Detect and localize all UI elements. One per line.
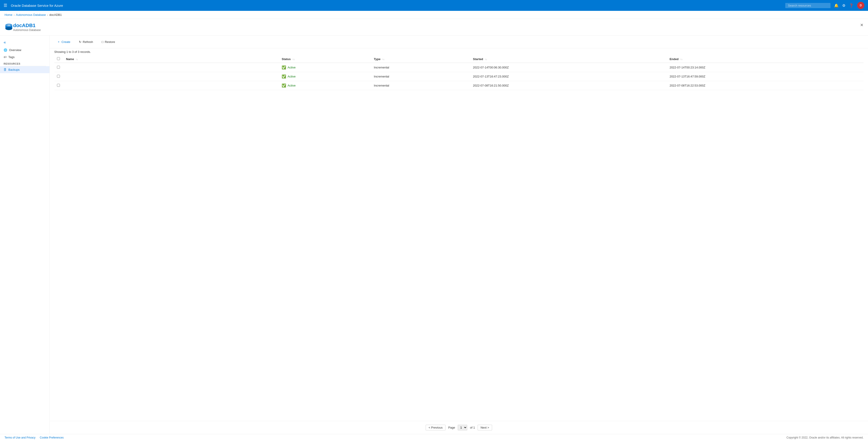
next-button[interactable]: Next >: [477, 425, 492, 430]
refresh-icon: ↻: [79, 40, 81, 43]
footer-links: Terms of Use and Privacy Cookie Preferen…: [4, 436, 67, 439]
col-ended-label: Ended: [670, 57, 679, 61]
terms-link[interactable]: Terms of Use and Privacy: [4, 436, 35, 439]
nav-icon-group: 🔔 ⚙ ❓ D: [785, 2, 864, 9]
db-icon: DB: [4, 23, 13, 31]
resource-subtitle: Autonomous Database: [13, 28, 41, 32]
sidebar-item-overview[interactable]: 🌐 Overview: [0, 46, 50, 54]
row-type-0: Incremental: [371, 63, 470, 72]
status-label-2: Active: [287, 84, 296, 87]
sidebar: « 🌐 Overview 🏷 Tags Resources 🗄 Backups: [0, 35, 50, 434]
tags-icon: 🏷: [4, 55, 6, 59]
help-icon[interactable]: ❓: [849, 3, 854, 8]
sidebar-item-tags[interactable]: 🏷 Tags: [0, 54, 50, 61]
status-active-icon-0: ✅: [282, 65, 286, 70]
resource-header: DB docADB1 Autonomous Database ✕: [0, 19, 868, 35]
row-started-1: 2022-07-13T16:47:23.000Z: [470, 72, 667, 81]
refresh-button[interactable]: ↻ Refresh: [76, 39, 96, 45]
row-checkbox-cell: [54, 72, 63, 81]
of-label: of 1: [470, 426, 475, 429]
col-status-sort-icon: ↑↓: [292, 58, 295, 61]
bell-icon[interactable]: 🔔: [834, 3, 839, 8]
col-status[interactable]: Status ↑↓: [279, 55, 371, 63]
row-checkbox-2[interactable]: [57, 84, 60, 87]
close-button[interactable]: ✕: [860, 23, 864, 28]
row-status-1: ✅ Active: [279, 72, 371, 81]
row-checkbox-1[interactable]: [57, 75, 60, 78]
status-active-icon-1: ✅: [282, 74, 286, 78]
sidebar-item-backups[interactable]: 🗄 Backups: [0, 66, 50, 73]
col-name[interactable]: Name ↑↓: [63, 55, 279, 63]
create-label: Create: [61, 40, 70, 43]
col-type-label: Type: [374, 57, 380, 61]
restore-label: Restore: [105, 40, 115, 43]
avatar[interactable]: D: [857, 2, 864, 9]
copyright: Copyright © 2022, Oracle and/or its affi…: [786, 436, 864, 439]
table-container: Name ↑↓ Status ↑↓ Type ↑↓: [50, 55, 868, 421]
col-started-sort-icon: ↑↓: [485, 58, 487, 61]
row-ended-0: 2022-07-14T00:23:14.000Z: [667, 63, 864, 72]
settings-icon[interactable]: ⚙: [842, 3, 845, 8]
row-started-0: 2022-07-14T00:06:30.000Z: [470, 63, 667, 72]
top-nav-bar: ☰ Oracle Database Service for Azure 🔔 ⚙ …: [0, 0, 868, 11]
col-ended[interactable]: Ended ↑↓: [667, 55, 864, 63]
row-checkbox-cell: [54, 81, 63, 90]
breadcrumb-home[interactable]: Home: [4, 13, 12, 17]
row-checkbox-0[interactable]: [57, 66, 60, 69]
restore-button[interactable]: □ Restore: [99, 39, 118, 45]
resources-section-label: Resources: [0, 61, 50, 66]
row-type-1: Incremental: [371, 72, 470, 81]
main-layout: « 🌐 Overview 🏷 Tags Resources 🗄 Backups …: [0, 35, 868, 434]
search-input[interactable]: [785, 3, 831, 8]
row-type-2: Incremental: [371, 81, 470, 90]
status-label-0: Active: [287, 66, 296, 69]
sidebar-item-backups-label: Backups: [8, 68, 20, 71]
resource-title-group: docADB1 Autonomous Database: [13, 23, 41, 32]
collapse-sidebar-button[interactable]: «: [0, 38, 50, 46]
table-row: ✅ Active Incremental 2022-07-14T00:06:30…: [54, 63, 864, 72]
pagination: < Previous Page 1 of 1 Next >: [50, 421, 868, 434]
records-info: Showing 1 to 3 of 3 records.: [50, 49, 868, 55]
col-type-sort-icon: ↑↓: [382, 58, 384, 61]
status-label-1: Active: [287, 75, 296, 78]
refresh-label: Refresh: [83, 40, 93, 43]
create-icon: ＋: [57, 40, 60, 44]
create-button[interactable]: ＋ Create: [54, 38, 73, 45]
col-status-label: Status: [282, 57, 291, 61]
row-ended-1: 2022-07-13T16:47:59.000Z: [667, 72, 864, 81]
row-status-2: ✅ Active: [279, 81, 371, 90]
page-select[interactable]: 1: [458, 425, 467, 430]
col-type[interactable]: Type ↑↓: [371, 55, 470, 63]
col-started[interactable]: Started ↑↓: [470, 55, 667, 63]
svg-point-3: [5, 27, 12, 30]
app-title: Oracle Database Service for Azure: [11, 4, 785, 7]
cookie-link[interactable]: Cookie Preferences: [40, 436, 64, 439]
backups-table: Name ↑↓ Status ↑↓ Type ↑↓: [54, 55, 864, 90]
breadcrumb-autonomous-db[interactable]: Autonomous Database: [16, 13, 46, 17]
hamburger-menu-icon[interactable]: ☰: [4, 3, 7, 8]
backups-icon: 🗄: [4, 68, 6, 71]
table-row: ✅ Active Incremental 2022-07-08T16:21:50…: [54, 81, 864, 90]
sidebar-item-tags-label: Tags: [8, 55, 14, 59]
footer: Terms of Use and Privacy Cookie Preferen…: [0, 434, 868, 441]
col-ended-sort-icon: ↑↓: [680, 58, 683, 61]
row-ended-2: 2022-07-08T16:22:53.000Z: [667, 81, 864, 90]
row-status-0: ✅ Active: [279, 63, 371, 72]
select-all-checkbox[interactable]: [57, 57, 60, 60]
breadcrumb-sep-2: ›: [47, 13, 48, 16]
status-active-icon-2: ✅: [282, 83, 286, 88]
col-name-sort-icon: ↑↓: [76, 58, 78, 61]
page-label: Page: [448, 426, 455, 429]
table-header-row: Name ↑↓ Status ↑↓ Type ↑↓: [54, 55, 864, 63]
svg-text:DB: DB: [8, 24, 10, 26]
toolbar: ＋ Create ↻ Refresh □ Restore: [50, 35, 868, 49]
col-started-label: Started: [473, 57, 483, 61]
breadcrumb-sep-1: ›: [14, 13, 15, 16]
overview-icon: 🌐: [4, 49, 7, 52]
sidebar-item-overview-label: Overview: [9, 49, 21, 52]
content-area: ＋ Create ↻ Refresh □ Restore Showing 1 t…: [50, 35, 868, 434]
restore-icon: □: [102, 40, 103, 43]
resource-name: docADB1: [13, 23, 41, 28]
previous-button[interactable]: < Previous: [426, 425, 445, 430]
breadcrumb-current: docADB1: [49, 13, 62, 17]
